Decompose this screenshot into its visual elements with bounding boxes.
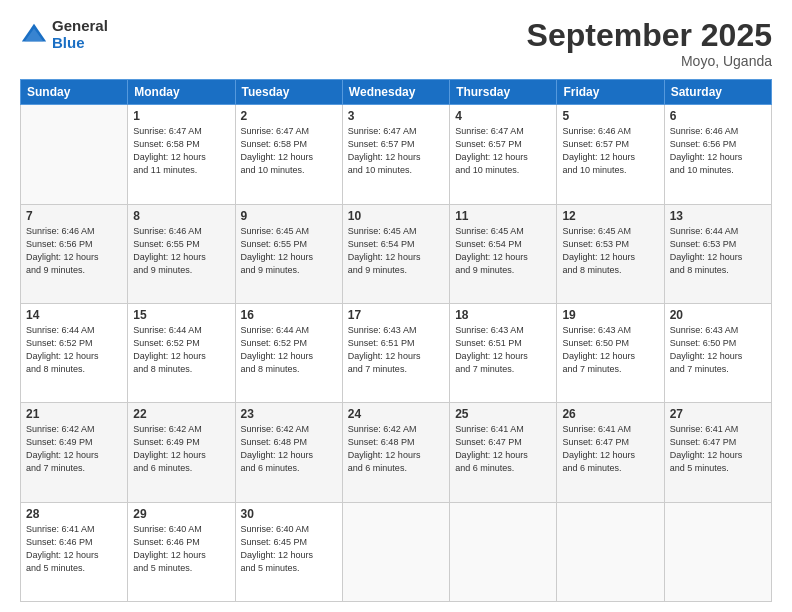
cell-w1-d6: 6Sunrise: 6:46 AM Sunset: 6:56 PM Daylig… <box>664 105 771 204</box>
col-saturday: Saturday <box>664 80 771 105</box>
day-info: Sunrise: 6:45 AM Sunset: 6:55 PM Dayligh… <box>241 225 337 277</box>
day-info: Sunrise: 6:46 AM Sunset: 6:56 PM Dayligh… <box>670 125 766 177</box>
day-number: 1 <box>133 109 229 123</box>
day-number: 8 <box>133 209 229 223</box>
cell-w2-d1: 8Sunrise: 6:46 AM Sunset: 6:55 PM Daylig… <box>128 204 235 303</box>
day-info: Sunrise: 6:41 AM Sunset: 6:47 PM Dayligh… <box>455 423 551 475</box>
cell-w1-d5: 5Sunrise: 6:46 AM Sunset: 6:57 PM Daylig… <box>557 105 664 204</box>
cell-w1-d4: 4Sunrise: 6:47 AM Sunset: 6:57 PM Daylig… <box>450 105 557 204</box>
location: Moyo, Uganda <box>527 53 772 69</box>
cell-w5-d3 <box>342 502 449 601</box>
day-number: 2 <box>241 109 337 123</box>
day-number: 30 <box>241 507 337 521</box>
day-number: 25 <box>455 407 551 421</box>
week-row-4: 21Sunrise: 6:42 AM Sunset: 6:49 PM Dayli… <box>21 403 772 502</box>
cell-w3-d4: 18Sunrise: 6:43 AM Sunset: 6:51 PM Dayli… <box>450 303 557 402</box>
day-info: Sunrise: 6:42 AM Sunset: 6:49 PM Dayligh… <box>133 423 229 475</box>
cell-w3-d3: 17Sunrise: 6:43 AM Sunset: 6:51 PM Dayli… <box>342 303 449 402</box>
cell-w3-d1: 15Sunrise: 6:44 AM Sunset: 6:52 PM Dayli… <box>128 303 235 402</box>
cell-w1-d0 <box>21 105 128 204</box>
cell-w3-d2: 16Sunrise: 6:44 AM Sunset: 6:52 PM Dayli… <box>235 303 342 402</box>
cell-w1-d2: 2Sunrise: 6:47 AM Sunset: 6:58 PM Daylig… <box>235 105 342 204</box>
col-thursday: Thursday <box>450 80 557 105</box>
day-info: Sunrise: 6:43 AM Sunset: 6:51 PM Dayligh… <box>455 324 551 376</box>
logo-text: General Blue <box>52 18 108 51</box>
cell-w4-d1: 22Sunrise: 6:42 AM Sunset: 6:49 PM Dayli… <box>128 403 235 502</box>
day-info: Sunrise: 6:44 AM Sunset: 6:52 PM Dayligh… <box>241 324 337 376</box>
day-number: 21 <box>26 407 122 421</box>
cell-w4-d2: 23Sunrise: 6:42 AM Sunset: 6:48 PM Dayli… <box>235 403 342 502</box>
day-info: Sunrise: 6:46 AM Sunset: 6:57 PM Dayligh… <box>562 125 658 177</box>
day-info: Sunrise: 6:44 AM Sunset: 6:52 PM Dayligh… <box>26 324 122 376</box>
cell-w2-d2: 9Sunrise: 6:45 AM Sunset: 6:55 PM Daylig… <box>235 204 342 303</box>
week-row-3: 14Sunrise: 6:44 AM Sunset: 6:52 PM Dayli… <box>21 303 772 402</box>
cell-w1-d1: 1Sunrise: 6:47 AM Sunset: 6:58 PM Daylig… <box>128 105 235 204</box>
cell-w5-d1: 29Sunrise: 6:40 AM Sunset: 6:46 PM Dayli… <box>128 502 235 601</box>
cell-w1-d3: 3Sunrise: 6:47 AM Sunset: 6:57 PM Daylig… <box>342 105 449 204</box>
day-info: Sunrise: 6:46 AM Sunset: 6:55 PM Dayligh… <box>133 225 229 277</box>
day-number: 18 <box>455 308 551 322</box>
header-row: Sunday Monday Tuesday Wednesday Thursday… <box>21 80 772 105</box>
day-number: 13 <box>670 209 766 223</box>
day-number: 24 <box>348 407 444 421</box>
day-info: Sunrise: 6:41 AM Sunset: 6:47 PM Dayligh… <box>670 423 766 475</box>
logo-blue-text: Blue <box>52 35 108 52</box>
cell-w4-d3: 24Sunrise: 6:42 AM Sunset: 6:48 PM Dayli… <box>342 403 449 502</box>
logo: General Blue <box>20 18 108 51</box>
cell-w5-d4 <box>450 502 557 601</box>
day-info: Sunrise: 6:40 AM Sunset: 6:45 PM Dayligh… <box>241 523 337 575</box>
cell-w5-d2: 30Sunrise: 6:40 AM Sunset: 6:45 PM Dayli… <box>235 502 342 601</box>
cell-w2-d3: 10Sunrise: 6:45 AM Sunset: 6:54 PM Dayli… <box>342 204 449 303</box>
day-info: Sunrise: 6:45 AM Sunset: 6:53 PM Dayligh… <box>562 225 658 277</box>
day-number: 29 <box>133 507 229 521</box>
day-info: Sunrise: 6:45 AM Sunset: 6:54 PM Dayligh… <box>348 225 444 277</box>
cell-w4-d5: 26Sunrise: 6:41 AM Sunset: 6:47 PM Dayli… <box>557 403 664 502</box>
cell-w2-d0: 7Sunrise: 6:46 AM Sunset: 6:56 PM Daylig… <box>21 204 128 303</box>
title-block: September 2025 Moyo, Uganda <box>527 18 772 69</box>
day-info: Sunrise: 6:47 AM Sunset: 6:58 PM Dayligh… <box>133 125 229 177</box>
day-info: Sunrise: 6:43 AM Sunset: 6:50 PM Dayligh… <box>562 324 658 376</box>
day-info: Sunrise: 6:42 AM Sunset: 6:49 PM Dayligh… <box>26 423 122 475</box>
header: General Blue September 2025 Moyo, Uganda <box>20 18 772 69</box>
cell-w5-d5 <box>557 502 664 601</box>
day-info: Sunrise: 6:47 AM Sunset: 6:57 PM Dayligh… <box>455 125 551 177</box>
day-info: Sunrise: 6:41 AM Sunset: 6:47 PM Dayligh… <box>562 423 658 475</box>
day-info: Sunrise: 6:46 AM Sunset: 6:56 PM Dayligh… <box>26 225 122 277</box>
day-number: 12 <box>562 209 658 223</box>
cell-w3-d0: 14Sunrise: 6:44 AM Sunset: 6:52 PM Dayli… <box>21 303 128 402</box>
day-info: Sunrise: 6:47 AM Sunset: 6:58 PM Dayligh… <box>241 125 337 177</box>
day-number: 17 <box>348 308 444 322</box>
day-number: 16 <box>241 308 337 322</box>
day-number: 19 <box>562 308 658 322</box>
cell-w4-d4: 25Sunrise: 6:41 AM Sunset: 6:47 PM Dayli… <box>450 403 557 502</box>
day-number: 23 <box>241 407 337 421</box>
week-row-2: 7Sunrise: 6:46 AM Sunset: 6:56 PM Daylig… <box>21 204 772 303</box>
day-info: Sunrise: 6:44 AM Sunset: 6:52 PM Dayligh… <box>133 324 229 376</box>
day-number: 7 <box>26 209 122 223</box>
day-number: 20 <box>670 308 766 322</box>
day-info: Sunrise: 6:43 AM Sunset: 6:50 PM Dayligh… <box>670 324 766 376</box>
col-wednesday: Wednesday <box>342 80 449 105</box>
col-sunday: Sunday <box>21 80 128 105</box>
cell-w3-d5: 19Sunrise: 6:43 AM Sunset: 6:50 PM Dayli… <box>557 303 664 402</box>
page: General Blue September 2025 Moyo, Uganda… <box>0 0 792 612</box>
day-info: Sunrise: 6:41 AM Sunset: 6:46 PM Dayligh… <box>26 523 122 575</box>
col-monday: Monday <box>128 80 235 105</box>
day-info: Sunrise: 6:44 AM Sunset: 6:53 PM Dayligh… <box>670 225 766 277</box>
day-number: 26 <box>562 407 658 421</box>
day-number: 4 <box>455 109 551 123</box>
cell-w3-d6: 20Sunrise: 6:43 AM Sunset: 6:50 PM Dayli… <box>664 303 771 402</box>
cell-w4-d6: 27Sunrise: 6:41 AM Sunset: 6:47 PM Dayli… <box>664 403 771 502</box>
week-row-5: 28Sunrise: 6:41 AM Sunset: 6:46 PM Dayli… <box>21 502 772 601</box>
day-number: 15 <box>133 308 229 322</box>
month-title: September 2025 <box>527 18 772 53</box>
day-number: 3 <box>348 109 444 123</box>
col-tuesday: Tuesday <box>235 80 342 105</box>
day-number: 10 <box>348 209 444 223</box>
day-info: Sunrise: 6:40 AM Sunset: 6:46 PM Dayligh… <box>133 523 229 575</box>
day-number: 27 <box>670 407 766 421</box>
logo-icon <box>20 21 48 49</box>
day-number: 28 <box>26 507 122 521</box>
cell-w4-d0: 21Sunrise: 6:42 AM Sunset: 6:49 PM Dayli… <box>21 403 128 502</box>
calendar: Sunday Monday Tuesday Wednesday Thursday… <box>20 79 772 602</box>
